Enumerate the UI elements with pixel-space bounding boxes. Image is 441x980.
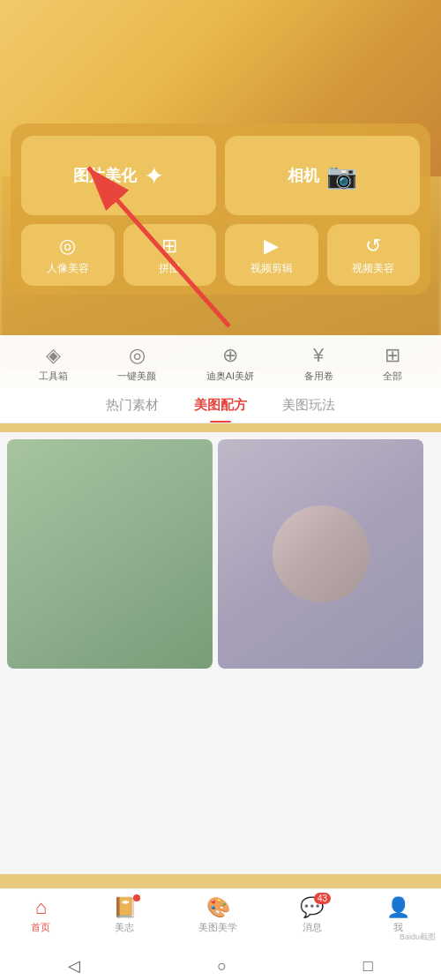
home-icon: ⌂ xyxy=(35,896,47,919)
photo-beautify-label: 图片美化 xyxy=(73,165,137,186)
camera-icon: 📷 xyxy=(326,161,357,191)
camera-button[interactable]: 相机 📷 xyxy=(225,136,420,215)
diary-dot xyxy=(133,894,140,901)
camera-label: 相机 xyxy=(288,165,319,186)
nav-beauty-aesthetics[interactable]: 🎨 美图美学 xyxy=(198,896,237,934)
bottom-navigation: ⌂ 首页 📔 美志 🎨 美图美学 💬 消息 43 👤 我 xyxy=(0,888,441,952)
beauty-aesthetics-icon: 🎨 xyxy=(206,896,230,919)
content-card-1[interactable] xyxy=(7,439,213,669)
portrait-beauty-button[interactable]: ◎ 人像美容 xyxy=(21,224,115,286)
backup-icon: ¥ xyxy=(313,344,324,367)
tab-navigation: 热门素材 美图配方 美图玩法 xyxy=(0,388,441,423)
main-container: 图片美化 ✦ 相机 📷 ◎ 人像美容 ⊞ 拼图 ▶ 视频剪辑 xyxy=(0,0,441,980)
nav-messages-label: 消息 xyxy=(303,921,322,934)
nav-messages[interactable]: 💬 消息 43 xyxy=(300,896,324,934)
video-beauty-icon: ↺ xyxy=(365,235,381,258)
video-edit-button[interactable]: ▶ 视频剪辑 xyxy=(225,224,318,286)
recents-button[interactable]: □ xyxy=(363,957,373,976)
content-card-2[interactable] xyxy=(218,439,423,669)
photo-beautify-icon: ✦ xyxy=(144,161,164,191)
nav-home[interactable]: ⌂ 首页 xyxy=(31,896,50,934)
video-edit-label: 视频剪辑 xyxy=(250,261,293,276)
collage-icon: ⊞ xyxy=(161,235,177,258)
secondary-menu: ◈ 工具箱 ◎ 一键美颜 ⊕ 迪奥AI美妍 ¥ 备用卷 ⊞ 全部 xyxy=(0,335,441,388)
toolbox-label: 工具箱 xyxy=(39,370,68,383)
backup-menu-item[interactable]: ¥ 备用卷 xyxy=(304,344,333,383)
nav-beauty-aesthetics-label: 美图美学 xyxy=(198,921,237,934)
video-beauty-button[interactable]: ↺ 视频美容 xyxy=(327,224,421,286)
nav-diary-label: 美志 xyxy=(115,921,134,934)
di-ao-ai-menu-item[interactable]: ⊕ 迪奥AI美妍 xyxy=(206,344,254,383)
one-click-beauty-icon: ◎ xyxy=(129,344,146,367)
watermark: Baidu截图 xyxy=(400,931,436,943)
video-edit-icon: ▶ xyxy=(264,235,279,258)
actions-panel: 图片美化 ✦ 相机 📷 ◎ 人像美容 ⊞ 拼图 ▶ 视频剪辑 xyxy=(11,123,430,295)
di-ao-ai-icon: ⊕ xyxy=(222,344,238,367)
portrait-beauty-icon: ◎ xyxy=(59,235,76,258)
toolbox-menu-item[interactable]: ◈ 工具箱 xyxy=(39,344,68,383)
all-icon: ⊞ xyxy=(385,344,400,367)
tab-hot-materials[interactable]: 热门素材 xyxy=(88,388,176,423)
back-button[interactable]: ◁ xyxy=(68,956,80,976)
collage-label: 拼图 xyxy=(159,261,180,276)
photo-beautify-button[interactable]: 图片美化 ✦ xyxy=(21,136,216,215)
collage-button[interactable]: ⊞ 拼图 xyxy=(123,224,217,286)
tab-beauty-play[interactable]: 美图玩法 xyxy=(265,388,353,423)
one-click-beauty-label: 一键美颜 xyxy=(117,370,156,383)
one-click-beauty-menu-item[interactable]: ◎ 一键美颜 xyxy=(117,344,156,383)
home-button[interactable]: ○ xyxy=(217,957,227,976)
nav-profile[interactable]: 👤 我 xyxy=(386,896,410,934)
system-navigation: ◁ ○ □ xyxy=(0,952,441,980)
toolbox-icon: ◈ xyxy=(46,344,61,367)
all-menu-item[interactable]: ⊞ 全部 xyxy=(383,344,402,383)
messages-badge: 43 xyxy=(314,893,331,904)
content-area xyxy=(0,432,441,874)
face-portrait xyxy=(273,505,370,602)
profile-icon: 👤 xyxy=(386,896,410,919)
video-beauty-label: 视频美容 xyxy=(352,261,394,276)
nav-home-label: 首页 xyxy=(31,921,50,934)
di-ao-ai-label: 迪奥AI美妍 xyxy=(206,370,254,383)
tab-beauty-recipe[interactable]: 美图配方 xyxy=(176,388,265,423)
actions-bottom-row: ◎ 人像美容 ⊞ 拼图 ▶ 视频剪辑 ↺ 视频美容 xyxy=(21,224,420,286)
backup-label: 备用卷 xyxy=(304,370,333,383)
actions-top-row: 图片美化 ✦ 相机 📷 xyxy=(21,136,420,215)
nav-diary[interactable]: 📔 美志 xyxy=(113,896,137,934)
portrait-beauty-label: 人像美容 xyxy=(47,261,89,276)
all-label: 全部 xyxy=(383,370,402,383)
